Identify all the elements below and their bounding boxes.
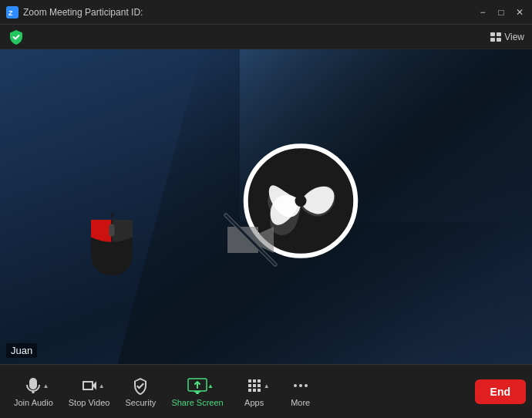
more-button[interactable]: More: [278, 372, 324, 412]
svg-rect-2: [490, 32, 495, 36]
mouse-icon: [85, 213, 139, 282]
apps-button[interactable]: ▲ Apps: [231, 372, 278, 412]
maximize-button[interactable]: □: [495, 6, 507, 19]
title-bar: Z Zoom Meeting Participant ID: − □ ✕: [0, 0, 532, 25]
svg-point-16: [294, 384, 297, 387]
security-icon: [131, 376, 150, 395]
join-audio-button[interactable]: ▲ Join Audio: [6, 372, 61, 412]
zoom-logo-icon: Z: [6, 6, 19, 19]
share-screen-label: Share Screen: [171, 398, 223, 407]
video-off-icon: [224, 213, 278, 267]
svg-text:Z: Z: [8, 9, 13, 17]
security-shield-icon: [8, 29, 25, 46]
svg-rect-14: [194, 391, 200, 393]
svg-rect-15: [196, 393, 199, 394]
minimize-button[interactable]: −: [476, 6, 489, 19]
stop-video-button[interactable]: ▲ Stop Video: [61, 372, 118, 412]
stop-video-label: Stop Video: [69, 398, 110, 407]
toolbar: ▲ Join Audio ▲ Stop Video Security: [0, 364, 532, 418]
apps-label: Apps: [244, 398, 264, 407]
svg-point-7: [295, 195, 307, 207]
apps-caret: ▲: [264, 382, 270, 389]
svg-point-17: [299, 384, 302, 387]
meeting-topbar: View: [0, 25, 532, 49]
svg-rect-3: [497, 32, 501, 36]
join-audio-label: Join Audio: [14, 398, 53, 407]
stop-video-caret: ▲: [99, 382, 105, 389]
participant-name: Juan: [6, 343, 37, 358]
view-label: View: [504, 32, 524, 42]
svg-rect-4: [490, 38, 495, 42]
end-button[interactable]: End: [475, 379, 526, 404]
close-button[interactable]: ✕: [513, 6, 526, 19]
join-audio-caret: ▲: [42, 382, 49, 389]
title-bar-controls: − □ ✕: [476, 6, 526, 19]
svg-rect-5: [497, 38, 501, 42]
share-screen-icon: ▲: [187, 376, 207, 395]
svg-rect-10: [109, 224, 115, 237]
more-icon: [291, 376, 310, 395]
apps-icon: ▲: [245, 376, 264, 395]
more-label: More: [291, 398, 310, 407]
video-area: Juan: [0, 49, 532, 364]
security-label: Security: [126, 398, 157, 407]
view-button[interactable]: View: [490, 32, 524, 42]
share-screen-caret: ▲: [207, 382, 214, 389]
toolbar-buttons: ▲ Join Audio ▲ Stop Video Security: [6, 372, 324, 412]
window-title: Zoom Meeting Participant ID:: [23, 7, 143, 18]
stop-video-icon: ▲: [80, 376, 99, 395]
join-audio-icon: ▲: [24, 376, 42, 395]
share-screen-button[interactable]: ▲ Share Screen: [163, 372, 231, 412]
title-bar-left: Z Zoom Meeting Participant ID:: [6, 6, 143, 19]
security-button[interactable]: Security: [117, 372, 163, 412]
svg-point-18: [305, 384, 308, 387]
